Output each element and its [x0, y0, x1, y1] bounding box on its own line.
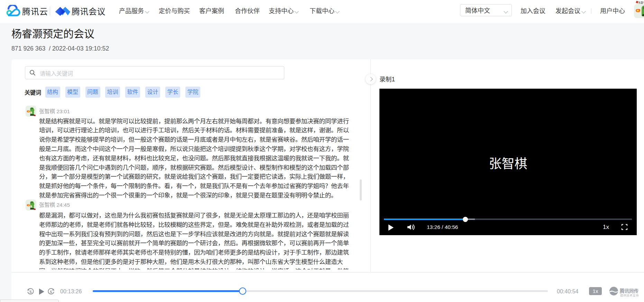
- svg-text:5: 5: [29, 290, 31, 294]
- svg-text:5: 5: [50, 290, 52, 294]
